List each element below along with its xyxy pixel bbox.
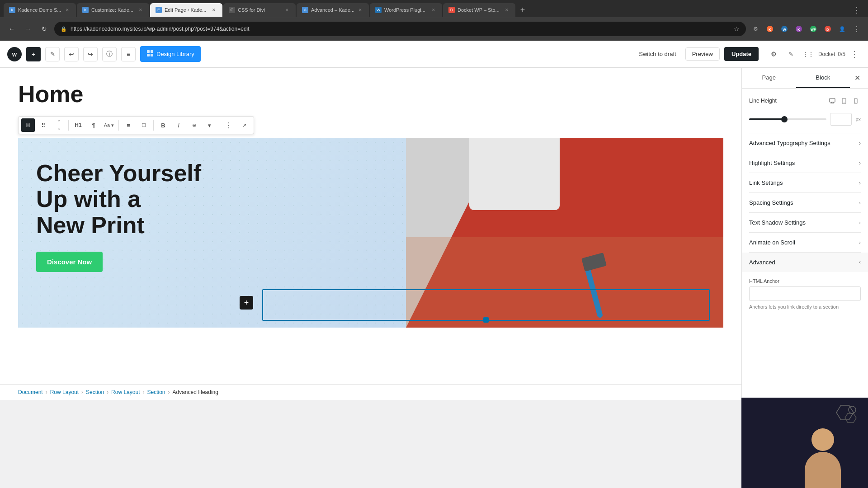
advanced-header[interactable]: Advanced › xyxy=(742,253,868,272)
drag-handle[interactable]: ⠿ xyxy=(37,118,50,132)
breadcrumb-document[interactable]: Document xyxy=(18,389,43,395)
switch-draft-button[interactable]: Switch to draft xyxy=(634,48,680,60)
line-height-slider[interactable] xyxy=(749,118,826,120)
breadcrumb-row-layout-1[interactable]: Row Layout xyxy=(50,389,79,395)
breadcrumb-advanced-heading[interactable]: Advanced Heading xyxy=(173,389,218,395)
browser-tab-2[interactable]: K Customize: Kade... ✕ xyxy=(77,3,149,17)
mobile-icon-button[interactable] xyxy=(851,96,861,106)
ext-icon-5[interactable]: D xyxy=(822,23,834,35)
tab-close-2[interactable]: ✕ xyxy=(137,7,144,13)
bold-button[interactable]: B xyxy=(156,118,170,132)
ext-icon-3[interactable]: K xyxy=(793,23,805,35)
browser-settings-button[interactable]: ⋮ xyxy=(851,23,863,35)
discover-button[interactable]: Discover Now xyxy=(36,252,103,272)
toolbar-sep-3 xyxy=(153,120,154,131)
browser-menu-icon[interactable]: ⋮ xyxy=(853,5,861,15)
browser-tab-7[interactable]: D Docket WP – Sto... ✕ xyxy=(443,3,515,17)
design-library-button[interactable]: Design Library xyxy=(140,46,201,62)
copy-button[interactable]: ☐ xyxy=(137,118,151,132)
align-button[interactable]: ≡ xyxy=(122,118,135,132)
kadence-settings-button[interactable]: ⋮⋮ xyxy=(801,47,816,61)
more-formats-button[interactable]: ▾ xyxy=(203,118,216,132)
address-text: https://kadencedemo.mysites.io/wp-admin/… xyxy=(71,26,730,32)
text-shadow-accordion: Text Shadow Settings › xyxy=(749,212,861,232)
preview-button[interactable]: Preview xyxy=(685,47,720,61)
tab-close-1[interactable]: ✕ xyxy=(64,7,71,13)
italic-button[interactable]: I xyxy=(172,118,185,132)
advanced-title: Advanced xyxy=(749,259,859,266)
add-block-toolbar-button[interactable]: + xyxy=(26,47,41,61)
animate-header[interactable]: Animate on Scroll › xyxy=(749,233,861,252)
wp-logo[interactable]: W xyxy=(7,47,22,61)
browser-tab-5[interactable]: A Advanced – Kade... ✕ xyxy=(297,3,369,17)
svg-point-23 xyxy=(855,102,856,103)
breadcrumb-section-2[interactable]: Section xyxy=(147,389,165,395)
hero-image-area: G xyxy=(406,138,723,328)
more-options-button[interactable]: ⋮ xyxy=(848,48,861,61)
new-tab-button[interactable]: + xyxy=(516,4,529,16)
tab-close-4[interactable]: ✕ xyxy=(284,7,290,13)
breadcrumb-row-layout-2[interactable]: Row Layout xyxy=(111,389,140,395)
bc-sep-5: › xyxy=(168,389,170,395)
text-shadow-header[interactable]: Text Shadow Settings › xyxy=(749,213,861,232)
edit-button[interactable]: ✎ xyxy=(45,47,60,61)
redo-button[interactable]: ↪ xyxy=(83,47,98,61)
settings-gear-button[interactable]: ⚙ xyxy=(767,47,781,61)
extensions-button[interactable]: ⚙ xyxy=(750,23,761,35)
star-icon[interactable]: ☆ xyxy=(734,25,740,33)
browser-tab-4[interactable]: C CSS for Divi ✕ xyxy=(223,3,296,17)
typography-button[interactable]: Aa ▾ xyxy=(102,118,116,132)
svg-rect-15 xyxy=(151,54,153,56)
tab-page[interactable]: Page xyxy=(742,68,796,88)
link-settings-header[interactable]: Link Settings › xyxy=(749,173,861,192)
kadence-icon-1[interactable]: K xyxy=(764,23,776,35)
customize-button[interactable]: ✎ xyxy=(784,47,798,61)
tab-favicon-7: D xyxy=(448,7,455,13)
tab-favicon-1: K xyxy=(9,7,15,13)
highlight-header[interactable]: Highlight Settings › xyxy=(749,153,861,173)
block-type-button[interactable]: H xyxy=(21,118,35,132)
browser-tab-1[interactable]: K Kadence Demo S... ✕ xyxy=(4,3,76,17)
tablet-icon-button[interactable] xyxy=(839,96,849,106)
block-options-button[interactable]: ⋮ xyxy=(222,118,236,132)
line-height-input[interactable] xyxy=(830,113,852,126)
tab-block[interactable]: Block xyxy=(796,68,850,88)
forward-button[interactable]: → xyxy=(22,23,34,35)
ext-icon-4[interactable]: WP xyxy=(807,23,819,35)
browser-tab-6[interactable]: W WordPress Plugi... ✕ xyxy=(370,3,442,17)
html-anchor-input[interactable] xyxy=(749,286,861,301)
block-more-button[interactable]: ↗ xyxy=(237,118,251,132)
reload-button[interactable]: ↻ xyxy=(38,23,51,35)
update-button[interactable]: Update xyxy=(724,47,759,61)
profile-button[interactable]: 👤 xyxy=(836,23,848,35)
sidebar-close-button[interactable]: ✕ xyxy=(850,71,864,85)
spacing-header[interactable]: Spacing Settings › xyxy=(749,193,861,212)
advanced-typography-header[interactable]: Advanced Typography Settings › xyxy=(749,133,861,153)
line-height-control: px xyxy=(749,113,861,126)
paragraph-button[interactable]: ¶ xyxy=(87,118,100,132)
svg-rect-13 xyxy=(151,50,153,53)
desktop-icon-button[interactable] xyxy=(827,96,837,106)
info-icon: ⓘ xyxy=(106,50,113,58)
add-block-canvas-button[interactable]: + xyxy=(240,296,253,310)
tab-close-5[interactable]: ✕ xyxy=(357,7,363,13)
kadence-icon-2[interactable]: W xyxy=(778,23,790,35)
browser-tab-3[interactable]: E Edit Page ‹ Kade... ✕ xyxy=(150,3,222,17)
info-button[interactable]: ⓘ xyxy=(102,47,117,61)
lock-icon: 🔒 xyxy=(61,26,67,32)
breadcrumb-section-1[interactable]: Section xyxy=(86,389,104,395)
link-button[interactable]: ⊕ xyxy=(187,118,201,132)
address-bar[interactable]: 🔒 https://kadencedemo.mysites.io/wp-admi… xyxy=(54,22,746,36)
heading-level-button[interactable]: H1 xyxy=(71,118,85,132)
sidebar-tabs: Page Block ✕ xyxy=(742,68,868,89)
tab-close-6[interactable]: ✕ xyxy=(430,7,437,13)
back-button[interactable]: ← xyxy=(5,23,18,35)
decorative-shapes xyxy=(832,404,859,432)
list-view-button[interactable]: ≡ xyxy=(121,47,136,61)
svg-rect-16 xyxy=(830,99,835,102)
undo-button[interactable]: ↩ xyxy=(64,47,79,61)
move-arrows[interactable]: ⌃⌄ xyxy=(52,118,66,132)
tab-close-7[interactable]: ✕ xyxy=(504,7,510,13)
tab-close-3[interactable]: ✕ xyxy=(211,7,217,13)
editor-body: Home H ⠿ ⌃⌄ H1 ¶ Aa ▾ ≡ ☐ B I xyxy=(0,68,868,488)
